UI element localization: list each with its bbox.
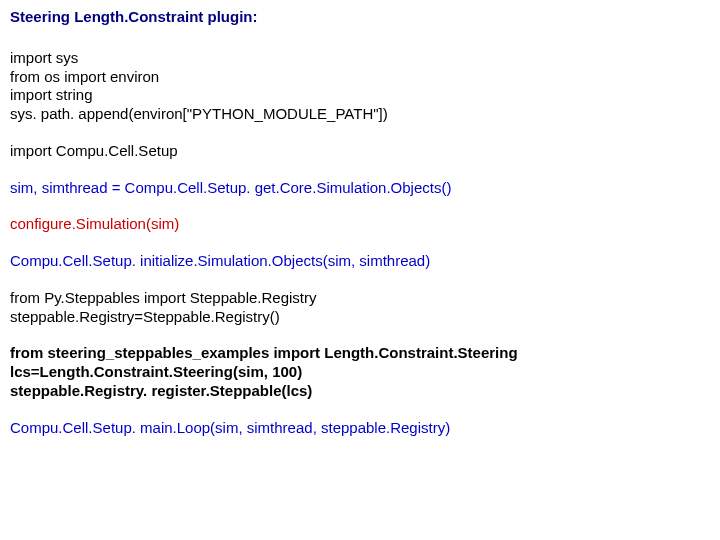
code-line: steppable.Registry. register.Steppable(l… — [10, 382, 710, 401]
code-line: import sys — [10, 49, 710, 68]
code-block-mainloop: Compu.Cell.Setup. main.Loop(sim, simthre… — [10, 419, 710, 438]
code-block-get-objects: sim, simthread = Compu.Cell.Setup. get.C… — [10, 179, 710, 198]
code-line: lcs=Length.Constraint.Steering(sim, 100) — [10, 363, 710, 382]
code-block-configure-sim: configure.Simulation(sim) — [10, 215, 710, 234]
code-line: from Py.Steppables import Steppable.Regi… — [10, 289, 710, 308]
code-block-imports: import sys from os import environ import… — [10, 49, 710, 124]
code-line: steppable.Registry=Steppable.Registry() — [10, 308, 710, 327]
code-line: sys. path. append(environ["PYTHON_MODULE… — [10, 105, 710, 124]
slide-title: Steering Length.Constraint plugin: — [10, 8, 710, 27]
code-line: import string — [10, 86, 710, 105]
code-line: from steering_steppables_examples import… — [10, 344, 710, 363]
code-block-import-setup: import Compu.Cell.Setup — [10, 142, 710, 161]
code-block-steering: from steering_steppables_examples import… — [10, 344, 710, 400]
code-line: from os import environ — [10, 68, 710, 87]
code-block-initialize: Compu.Cell.Setup. initialize.Simulation.… — [10, 252, 710, 271]
code-block-steppable-import: from Py.Steppables import Steppable.Regi… — [10, 289, 710, 327]
